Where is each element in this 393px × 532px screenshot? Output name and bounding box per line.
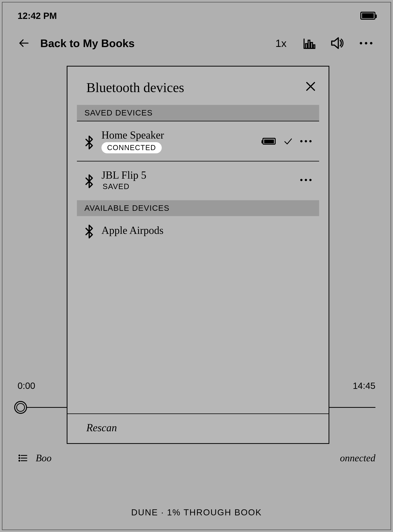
device-more-button[interactable] <box>300 179 312 181</box>
bluetooth-icon <box>84 135 94 148</box>
device-status: SAVED <box>102 182 147 191</box>
device-name: Home Speaker <box>102 129 164 141</box>
battery-icon <box>360 12 375 20</box>
more-icon <box>360 42 372 45</box>
svg-rect-1 <box>308 40 310 48</box>
bluetooth-icon <box>84 173 94 187</box>
scrubber-thumb[interactable] <box>14 401 27 414</box>
back-label[interactable]: Back to My Books <box>40 37 135 50</box>
svg-point-5 <box>19 457 20 458</box>
check-icon <box>283 136 293 146</box>
device-battery-icon <box>262 138 276 145</box>
device-row-jbl-flip-5[interactable]: JBL Flip 5 SAVED <box>77 161 319 198</box>
bottom-left-row: Boo <box>18 452 375 463</box>
back-arrow-icon[interactable] <box>18 36 31 50</box>
svg-rect-0 <box>305 44 307 48</box>
status-bar: 12:42 PM <box>2 8 391 23</box>
device-name: JBL Flip 5 <box>102 169 147 181</box>
dialog-title: Bluetooth devices <box>86 80 184 95</box>
device-name: Apple Airpods <box>102 224 163 236</box>
svg-rect-2 <box>311 43 313 48</box>
device-status-pill: CONNECTED <box>102 142 162 153</box>
close-button[interactable] <box>304 80 317 93</box>
toc-icon[interactable] <box>18 453 28 463</box>
svg-point-4 <box>19 455 20 456</box>
playback-speed-button[interactable]: 1x <box>271 35 290 52</box>
device-row-home-speaker[interactable]: Home Speaker CONNECTED <box>77 121 319 161</box>
more-menu-button[interactable] <box>357 35 375 52</box>
playback-speed-label: 1x <box>275 37 286 49</box>
rescan-button[interactable]: Rescan <box>68 413 329 443</box>
svg-rect-3 <box>314 45 315 48</box>
elapsed-time: 0:00 <box>18 381 35 391</box>
svg-point-6 <box>19 460 20 461</box>
device-more-button[interactable] <box>300 140 312 142</box>
stats-icon[interactable] <box>300 35 319 52</box>
available-devices-header: AVAILABLE DEVICES <box>77 200 319 216</box>
saved-devices-header: SAVED DEVICES <box>77 105 319 121</box>
book-label-partial: Boo <box>36 452 52 463</box>
clock: 12:42 PM <box>18 10 57 21</box>
speaker-icon[interactable] <box>328 35 347 52</box>
device-row-apple-airpods[interactable]: Apple Airpods <box>77 216 319 244</box>
bluetooth-dialog: Bluetooth devices SAVED DEVICES Home Spe… <box>67 66 329 444</box>
connection-text-partial: onnected <box>340 452 375 463</box>
top-nav: Back to My Books 1x <box>2 31 391 55</box>
footer-progress: DUNE · 1% THROUGH BOOK <box>2 507 391 517</box>
bluetooth-icon <box>84 224 94 237</box>
screen: 12:42 PM Back to My Books 1x <box>2 2 391 530</box>
remaining-time: 14:45 <box>353 381 375 391</box>
